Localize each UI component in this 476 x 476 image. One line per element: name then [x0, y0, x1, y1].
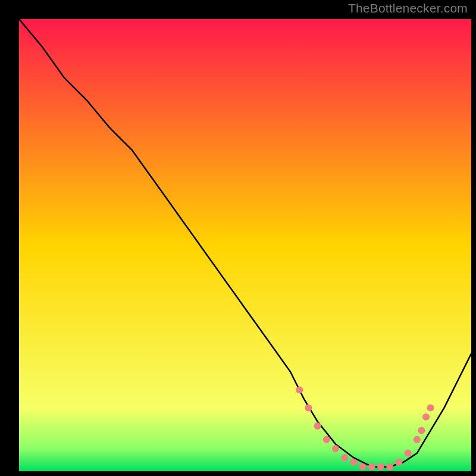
- plot-background: [19, 19, 471, 471]
- curve-marker: [386, 463, 393, 470]
- curve-marker: [332, 445, 339, 452]
- curve-marker: [418, 427, 425, 434]
- curve-marker: [414, 436, 421, 443]
- curve-marker: [305, 405, 312, 412]
- curve-marker: [427, 405, 434, 412]
- curve-marker: [405, 450, 412, 457]
- curve-marker: [395, 459, 402, 466]
- curve-marker: [350, 459, 357, 466]
- curve-marker: [314, 422, 321, 430]
- curve-marker: [359, 463, 367, 470]
- curve-marker: [323, 436, 330, 443]
- curve-marker: [377, 463, 384, 470]
- curve-marker: [341, 454, 348, 461]
- curve-marker: [422, 414, 430, 421]
- curve-marker: [296, 386, 303, 393]
- chart-frame: [7, 7, 469, 469]
- watermark-label: TheBottlenecker.com: [348, 1, 468, 15]
- gradient-plot: [19, 19, 471, 471]
- curve-marker: [368, 463, 375, 470]
